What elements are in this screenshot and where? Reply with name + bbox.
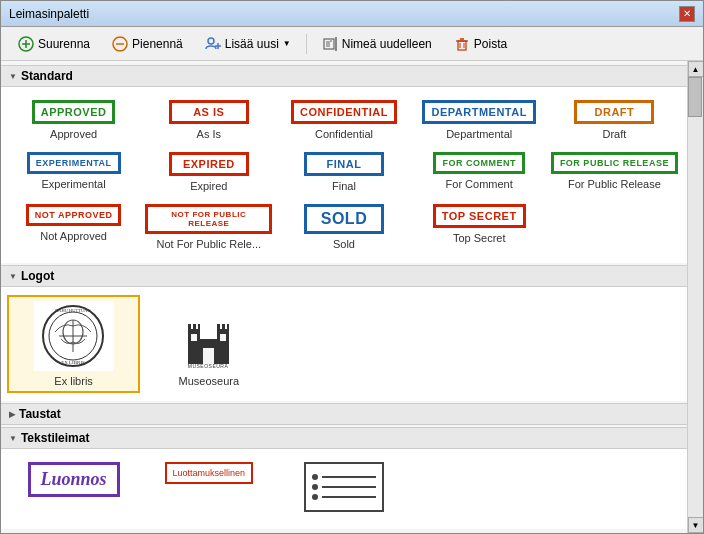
svg-rect-36 [220,334,226,341]
stamp-label-not-approved: Not Approved [40,230,107,242]
logo-museoseura[interactable]: MUSEOSEURA Museoseura [142,295,275,393]
window-title: Leimasinpaletti [9,7,89,21]
stamp-badge-draft: DRAFT [574,100,654,124]
stamp-label-final: Final [332,180,356,192]
stamp-as-is[interactable]: AS IS As Is [142,95,275,145]
stamp-badge-sold: SOLD [304,204,384,234]
ex-libris-label: Ex libris [54,375,93,387]
museoseura-image: MUSEOSEURA [169,301,249,371]
scrollbar-up-button[interactable]: ▲ [688,61,704,77]
stamp-not-for-public-release[interactable]: NOT FOR PUBLIC RELEASE Not For Public Re… [142,199,275,255]
plus-circle-icon [18,36,34,52]
logos-section: ▼ Logot [1,265,687,401]
taustat-section-header[interactable]: ▶ Taustat [1,403,687,425]
stamp-label-approved: Approved [50,128,97,140]
delete-button[interactable]: Poista [445,32,516,56]
stamp-badge-final: FINAL [304,152,384,176]
stamp-experimental[interactable]: EXPERIMENTAL Experimental [7,147,140,197]
stamp-expired[interactable]: EXPIRED Expired [142,147,275,197]
luonnos-badge: Luonnos [28,462,120,497]
section-collapse-arrow: ▼ [9,72,17,81]
main-window: Leimasinpaletti ✕ Suurenna Pienennä [0,0,704,534]
line-item-2 [312,484,376,490]
scrollbar[interactable]: ▲ ▼ [687,61,703,533]
taustat-section: ▶ Taustat [1,403,687,425]
stamp-not-approved[interactable]: NOT APPROVED Not Approved [7,199,140,255]
logos-grid: EX LIBRIS RAHU HUTTUNG Ex libris [1,287,687,401]
dot-2 [312,484,318,490]
rename-button[interactable]: Nimeä uudelleen [313,32,441,56]
teksti-luottamuksellinen[interactable]: Luottamuksellinen [142,457,275,521]
standard-section-header[interactable]: ▼ Standard [1,65,687,87]
stamp-sold[interactable]: SOLD Sold [277,199,410,255]
stamp-top-secret[interactable]: TOP SECRET Top Secret [413,199,546,255]
stamp-for-public-release[interactable]: FOR PUBLIC RELEASE For Public Release [548,147,681,197]
stamp-for-comment[interactable]: FOR COMMENT For Comment [413,147,546,197]
trash-icon [454,36,470,52]
teksti-lines[interactable] [277,457,410,521]
stamp-badge-confidential: CONFIDENTIAL [291,100,397,124]
title-bar: Leimasinpaletti ✕ [1,1,703,27]
bar-1 [322,476,376,478]
enlarge-button[interactable]: Suurenna [9,32,99,56]
svg-rect-28 [188,324,191,331]
line-item-1 [312,474,376,480]
main-content: ▼ Standard APPROVED Approved AS IS As Is… [1,61,703,533]
scroll-area[interactable]: ▼ Standard APPROVED Approved AS IS As Is… [1,61,687,533]
logos-section-header[interactable]: ▼ Logot [1,265,687,287]
stamp-badge-departmental: DEPARTMENTAL [422,100,535,124]
stamp-label-expired: Expired [190,180,227,192]
minus-circle-icon [112,36,128,52]
svg-rect-31 [217,324,220,331]
lines-badge [304,462,384,512]
line-item-3 [312,494,376,500]
scrollbar-thumb[interactable] [688,77,702,117]
stamp-badge-for-public-release: FOR PUBLIC RELEASE [551,152,678,174]
bar-2 [322,486,376,488]
svg-rect-35 [191,334,197,341]
svg-rect-30 [198,324,200,331]
teksti-luonnos[interactable]: Luonnos [7,457,140,521]
stamp-label-experimental: Experimental [41,178,105,190]
scrollbar-track-area[interactable] [688,77,703,517]
stamp-label-departmental: Departmental [446,128,512,140]
stamp-badge-not-for-public-release: NOT FOR PUBLIC RELEASE [145,204,272,234]
text-stamps-section-header[interactable]: ▼ Tekstileimat [1,427,687,449]
stamp-draft[interactable]: DRAFT Draft [548,95,681,145]
scrollbar-down-button[interactable]: ▼ [688,517,704,533]
stamp-confidential[interactable]: CONFIDENTIAL Confidential [277,95,410,145]
stamp-label-confidential: Confidential [315,128,373,140]
stamp-label-draft: Draft [602,128,626,140]
logo-ex-libris[interactable]: EX LIBRIS RAHU HUTTUNG Ex libris [7,295,140,393]
stamp-badge-approved: APPROVED [32,100,116,124]
dropdown-arrow-icon: ▼ [283,39,291,48]
standard-section: ▼ Standard APPROVED Approved AS IS As Is… [1,65,687,263]
svg-rect-29 [193,324,196,331]
rename-icon [322,36,338,52]
svg-rect-32 [222,324,225,331]
close-button[interactable]: ✕ [679,6,695,22]
luottamuksellinen-badge: Luottamuksellinen [165,462,254,484]
taustat-arrow-icon: ▶ [9,410,15,419]
stamp-final[interactable]: FINAL Final [277,147,410,197]
stamps-grid: APPROVED Approved AS IS As Is CONFIDENTI… [1,87,687,263]
stamp-badge-top-secret: TOP SECRET [433,204,526,228]
museoseura-label: Museoseura [179,375,240,387]
stamp-departmental[interactable]: DEPARTMENTAL Departmental [413,95,546,145]
svg-rect-34 [203,348,214,364]
stamp-badge-not-approved: NOT APPROVED [26,204,122,226]
svg-text:MUSEOSEURA: MUSEOSEURA [188,363,229,369]
svg-rect-13 [458,41,466,50]
shrink-button[interactable]: Pienennä [103,32,192,56]
stamp-label-top-secret: Top Secret [453,232,506,244]
stamp-badge-expired: EXPIRED [169,152,249,176]
person-add-icon [205,36,221,52]
stamp-approved[interactable]: APPROVED Approved [7,95,140,145]
svg-text:RAHU HUTTUNG: RAHU HUTTUNG [55,308,91,313]
logos-collapse-arrow: ▼ [9,272,17,281]
add-new-button[interactable]: Lisää uusi ▼ [196,32,300,56]
text-stamps-section: ▼ Tekstileimat Luonnos Luottamuksellinen [1,427,687,529]
dot-1 [312,474,318,480]
stamp-label-as-is: As Is [197,128,221,140]
dot-3 [312,494,318,500]
